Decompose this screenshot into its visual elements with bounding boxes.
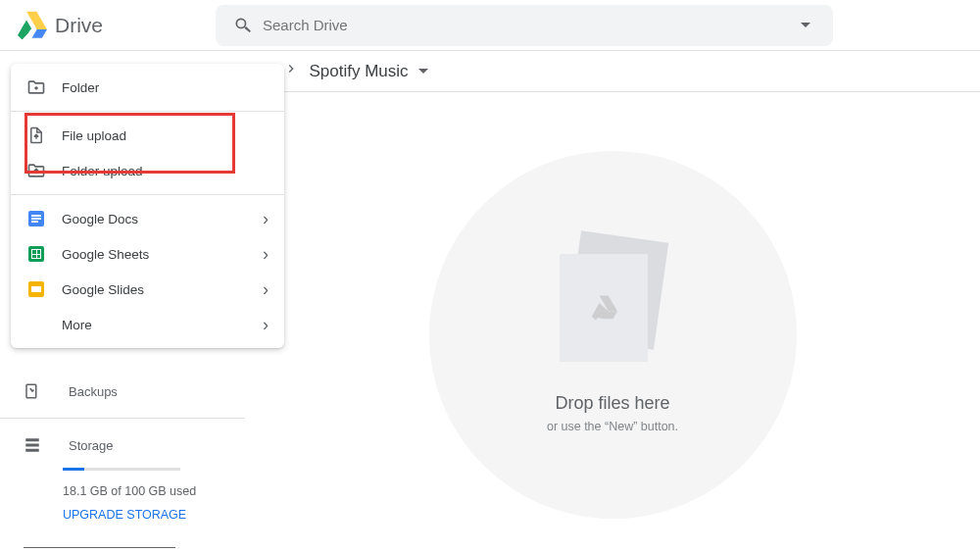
sidebar-bottom-line: [24, 547, 175, 548]
svg-rect-2: [25, 444, 39, 447]
chevron-right-icon: ›: [263, 209, 269, 229]
svg-rect-3: [25, 449, 39, 452]
empty-title: Drop files here: [555, 393, 669, 414]
backups-label: Backups: [69, 384, 118, 399]
breadcrumb-current-text: Spotify Music: [309, 62, 408, 81]
menu-item-folder-upload[interactable]: Folder upload: [11, 153, 284, 188]
more-icon: [26, 315, 46, 334]
app-name: Drive: [55, 14, 103, 37]
chevron-right-icon: ›: [263, 279, 269, 300]
new-context-menu: Folder File upload Folder upload Google …: [11, 64, 284, 348]
menu-divider: [11, 111, 284, 112]
upgrade-storage-link[interactable]: UPGRADE STORAGE: [63, 508, 221, 522]
menu-label: Folder upload: [62, 164, 269, 178]
backups-icon: [24, 382, 41, 400]
empty-subtitle: or use the “New” button.: [547, 420, 678, 433]
header: Drive: [0, 0, 980, 51]
svg-rect-0: [26, 384, 36, 398]
menu-label: Google Slides: [62, 282, 247, 297]
chevron-right-icon: [283, 61, 299, 81]
search-icon[interactable]: [223, 16, 263, 35]
breadcrumb-current[interactable]: Spotify Music: [309, 62, 427, 81]
google-slides-icon: [26, 279, 46, 299]
storage-icon: [24, 436, 41, 454]
chevron-right-icon: ›: [263, 244, 269, 265]
google-sheets-icon: [26, 244, 46, 264]
menu-divider: [11, 194, 284, 195]
logo-area[interactable]: Drive: [16, 11, 212, 40]
menu-label: Google Docs: [62, 212, 247, 226]
breadcrumb: e Spotify Music: [245, 51, 980, 92]
menu-label: Folder: [62, 80, 269, 95]
menu-item-google-docs[interactable]: Google Docs ›: [11, 201, 284, 236]
drive-logo-icon: [16, 11, 47, 40]
folder-plus-icon: [26, 77, 46, 97]
svg-rect-1: [25, 438, 39, 441]
menu-item-more[interactable]: More ›: [11, 307, 284, 342]
menu-item-google-sheets[interactable]: Google Sheets ›: [11, 236, 284, 272]
storage-label: Storage: [69, 438, 114, 453]
dropdown-arrow-icon: [418, 69, 428, 74]
menu-label: Google Sheets: [62, 247, 247, 262]
menu-label: More: [62, 318, 247, 332]
menu-label: File upload: [62, 128, 269, 143]
sidebar-item-backups[interactable]: Backups: [0, 375, 245, 408]
folder-upload-icon: [26, 161, 46, 180]
chevron-right-icon: ›: [263, 315, 269, 335]
sidebar-item-storage[interactable]: Storage: [0, 428, 245, 462]
file-upload-icon: [26, 125, 46, 145]
search-input[interactable]: [263, 17, 786, 33]
empty-state: Drop files here or use the “New” button.: [245, 151, 980, 519]
storage-used-text: 18.1 GB of 100 GB used: [63, 484, 221, 498]
search-bar[interactable]: [216, 5, 833, 46]
drive-mini-icon: [590, 295, 617, 321]
google-docs-icon: [26, 209, 46, 228]
menu-item-new-folder[interactable]: Folder: [11, 70, 284, 105]
storage-details: 18.1 GB of 100 GB used UPGRADE STORAGE: [0, 462, 245, 522]
storage-progress-bar: [63, 468, 180, 471]
menu-item-google-slides[interactable]: Google Slides ›: [11, 272, 284, 307]
menu-item-file-upload[interactable]: File upload: [11, 118, 284, 153]
sidebar-divider: [0, 418, 245, 419]
search-options-icon[interactable]: [786, 23, 825, 27]
empty-illustration: [554, 236, 671, 374]
content: e Spotify Music: [245, 51, 980, 552]
storage-progress-fill: [63, 468, 84, 471]
empty-circle[interactable]: Drop files here or use the “New” button.: [429, 151, 797, 519]
